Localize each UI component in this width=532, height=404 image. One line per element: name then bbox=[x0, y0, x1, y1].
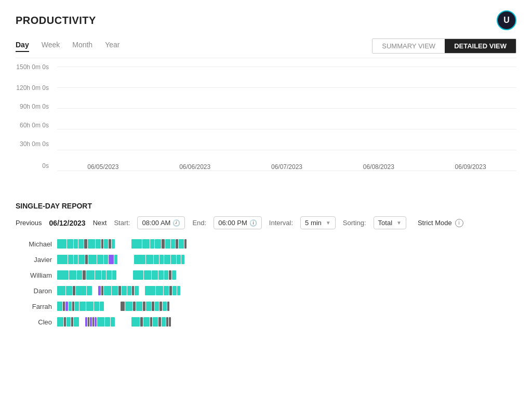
gantt-segment-dark bbox=[152, 302, 154, 311]
gantt-row: Daron bbox=[16, 284, 516, 297]
gantt-segment-teal bbox=[107, 270, 112, 280]
gantt-segment-teal bbox=[135, 286, 139, 295]
tab-year[interactable]: Year bbox=[105, 41, 119, 52]
gantt-segment-teal bbox=[104, 286, 111, 295]
gantt-segment-purple bbox=[65, 302, 68, 311]
gantt-segment-teal bbox=[57, 317, 63, 327]
gantt-segment-dark bbox=[101, 239, 103, 249]
bar-06-06: 06/06/2023 bbox=[149, 160, 241, 171]
gantt-segment-dark bbox=[159, 302, 162, 311]
gantt-segment-teal bbox=[171, 239, 175, 249]
gantt-row-bars bbox=[57, 270, 516, 280]
gantt-segment-teal bbox=[172, 270, 176, 280]
gantt-segment-dark bbox=[169, 270, 171, 280]
gantt-segment-teal bbox=[68, 255, 73, 264]
gantt-row-name: Michael bbox=[16, 240, 57, 248]
gantt-segment-teal bbox=[86, 302, 94, 311]
gantt-segment-teal bbox=[171, 255, 176, 264]
previous-button[interactable]: Previous bbox=[16, 219, 42, 227]
gantt-segment-teal bbox=[86, 270, 95, 280]
tab-week[interactable]: Week bbox=[42, 41, 60, 52]
gantt-segment-teal bbox=[153, 317, 158, 327]
gantt-segment-teal bbox=[133, 270, 143, 280]
end-label: End: bbox=[192, 219, 206, 227]
gantt-segment-teal bbox=[112, 270, 116, 280]
gantt-segment-dark bbox=[162, 239, 165, 249]
gantt-segment-teal bbox=[74, 317, 79, 327]
gantt-row-name: William bbox=[16, 271, 57, 279]
gantt-segment-purple bbox=[109, 255, 114, 264]
gantt-segment-teal bbox=[104, 239, 108, 249]
gantt-segment-teal bbox=[69, 302, 72, 311]
gantt-segment-dark bbox=[72, 302, 74, 311]
gantt-segment-gap bbox=[104, 302, 120, 311]
gantt-segment-dark bbox=[176, 239, 178, 249]
gantt-segment-teal bbox=[164, 255, 170, 264]
gantt-segment-teal bbox=[150, 239, 154, 249]
gantt-segment-dark bbox=[150, 317, 152, 327]
gantt-segment-teal bbox=[57, 255, 68, 264]
gantt-row: Farrah bbox=[16, 300, 516, 312]
gantt-segment-teal bbox=[111, 317, 115, 327]
gantt-segment-teal bbox=[122, 286, 127, 295]
sorting-select[interactable]: Total bbox=[374, 216, 406, 229]
gantt-segment-teal bbox=[95, 270, 101, 280]
gantt-segment-teal bbox=[57, 286, 65, 295]
gantt-segment-dark bbox=[158, 317, 161, 327]
detailed-view-button[interactable]: DETAILED VIEW bbox=[445, 39, 516, 53]
gantt-segment-teal bbox=[164, 286, 169, 295]
report-section-title: SINGLE-DAY REPORT bbox=[16, 202, 516, 210]
gantt-segment-teal bbox=[136, 302, 142, 311]
period-tabs: Day Week Month Year bbox=[16, 41, 119, 52]
gantt-segment-teal bbox=[154, 255, 159, 264]
clock-icon-end: 🕕 bbox=[249, 219, 257, 227]
gantt-row-name: Javier bbox=[16, 256, 57, 264]
gantt-segment-teal bbox=[57, 270, 69, 280]
gantt-segment-dark bbox=[169, 317, 171, 327]
end-time-input[interactable]: 06:00 PM 🕕 bbox=[214, 216, 262, 229]
clock-icon-start: 🕗 bbox=[172, 219, 180, 227]
gantt-segment-gap bbox=[139, 286, 144, 295]
gantt-segment-teal bbox=[165, 239, 170, 249]
gantt-segment-teal bbox=[97, 317, 104, 327]
gantt-segment-teal bbox=[134, 255, 145, 264]
gantt-segment-purple bbox=[95, 317, 97, 327]
gantt-segment-purple bbox=[85, 317, 87, 327]
start-time-input[interactable]: 08:00 AM 🕗 bbox=[137, 216, 185, 229]
summary-view-button[interactable]: SUMMARY VIEW bbox=[373, 39, 445, 53]
gantt-segment-dark bbox=[64, 317, 66, 327]
gantt-segment-teal bbox=[131, 317, 140, 327]
interval-select[interactable]: 5 min bbox=[300, 216, 336, 229]
bar-06-07: 06/07/2023 bbox=[241, 160, 333, 171]
gantt-row-bars bbox=[57, 286, 516, 295]
gantt-segment-teal bbox=[66, 317, 71, 327]
gantt-segment-dark bbox=[63, 302, 65, 311]
tab-month[interactable]: Month bbox=[72, 41, 92, 52]
gantt-row: Cleo bbox=[16, 316, 516, 328]
gantt-segment-teal bbox=[79, 302, 86, 311]
gantt-segment-teal bbox=[125, 302, 132, 311]
gantt-segment-teal bbox=[104, 255, 108, 264]
gantt-segment-teal bbox=[156, 286, 163, 295]
gantt-segment-teal bbox=[96, 239, 101, 249]
gantt-segment-teal bbox=[158, 270, 164, 280]
avatar[interactable]: U bbox=[497, 10, 516, 30]
gantt-segment-teal bbox=[144, 270, 151, 280]
gantt-segment-teal bbox=[112, 239, 115, 249]
gantt-segment-gap bbox=[117, 270, 132, 280]
gantt-row-name: Farrah bbox=[16, 303, 57, 310]
gantt-row: William bbox=[16, 269, 516, 281]
gantt-row-bars bbox=[57, 239, 516, 249]
gantt-segment-dark bbox=[118, 286, 121, 295]
strict-mode-info-icon[interactable]: i bbox=[455, 219, 463, 227]
gantt-segment-teal bbox=[97, 255, 103, 264]
gantt-segment-teal bbox=[127, 286, 131, 295]
gantt-segment-dark bbox=[167, 302, 169, 311]
gantt-segment-purple bbox=[90, 317, 92, 327]
gantt-segment-teal bbox=[143, 317, 150, 327]
next-button[interactable]: Next bbox=[93, 219, 107, 227]
gantt-segment-teal bbox=[69, 270, 76, 280]
gantt-segment-teal bbox=[177, 286, 180, 295]
report-controls: Previous 06/12/2023 Next Start: 08:00 AM… bbox=[16, 216, 516, 229]
tab-day[interactable]: Day bbox=[16, 41, 29, 52]
